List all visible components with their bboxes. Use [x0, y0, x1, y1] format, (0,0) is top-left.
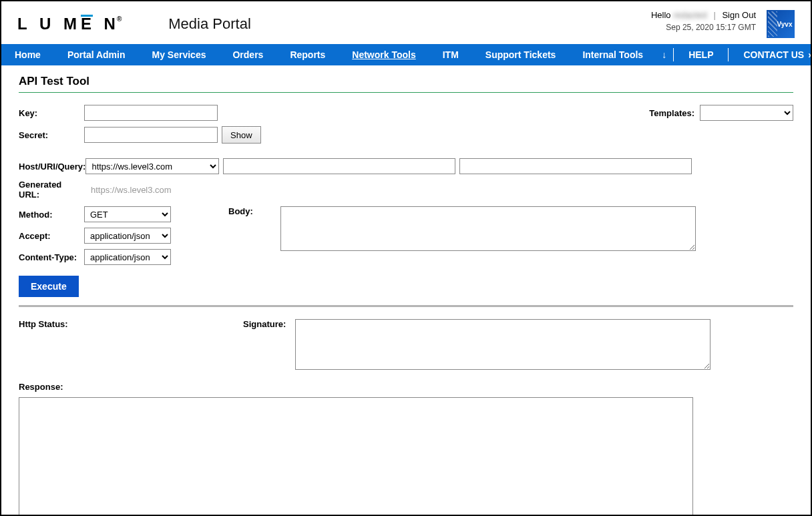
label-key: Key: [19, 108, 84, 118]
templates-select[interactable] [700, 105, 793, 121]
nav-support-tickets[interactable]: Support Tickets [472, 44, 570, 65]
accept-select[interactable]: application/json [84, 228, 171, 244]
nav-orders[interactable]: Orders [219, 44, 276, 65]
signature-textarea[interactable] [295, 319, 710, 370]
greeting-prefix: Hello [651, 10, 671, 20]
label-method: Method: [19, 210, 84, 220]
vyvx-badge-icon: Vyvx [767, 10, 795, 38]
spacer [19, 149, 793, 158]
label-content-type: Content-Type: [19, 252, 84, 262]
nav-home[interactable]: Home [1, 44, 54, 65]
method-body-block: Method: GET Accept: application/json Con… [19, 206, 793, 270]
title-rule [19, 92, 793, 93]
label-generated: Generated URL: [19, 180, 84, 200]
label-templates: Templates: [649, 108, 694, 118]
label-http-status: Http Status: [19, 319, 243, 329]
label-secret: Secret: [19, 130, 84, 140]
row-secret: Secret: Show [19, 126, 793, 144]
nav-reports[interactable]: Reports [276, 44, 339, 65]
nav-network-tools[interactable]: Network Tools [339, 44, 429, 65]
nav-divider [728, 48, 729, 61]
label-accept: Accept: [19, 231, 84, 241]
nav-my-services[interactable]: My Services [139, 44, 220, 65]
nav-contact-us[interactable]: CONTACT US› [730, 44, 812, 65]
greeting-name: redacted [673, 10, 707, 20]
header: L U ME N® Media Portal Hello redacted | … [1, 1, 811, 44]
header-right: Hello redacted | Sign Out Sep 25, 2020 1… [651, 10, 795, 38]
label-body: Body: [228, 206, 280, 216]
label-signature: Signature: [243, 319, 295, 329]
lumen-logo: L U ME N® [17, 16, 122, 32]
app-frame: L U ME N® Media Portal Hello redacted | … [0, 0, 812, 516]
portal-title: Media Portal [168, 15, 251, 33]
body-block: Body: [184, 206, 696, 251]
nav-overflow-icon[interactable]: ↓ [656, 49, 672, 60]
chevron-right-icon: › [808, 49, 811, 60]
execute-button[interactable]: Execute [19, 276, 79, 297]
signature-block: Signature: [243, 319, 710, 370]
row-method: Method: GET [19, 206, 171, 222]
host-select[interactable]: https://ws.level3.com [85, 158, 219, 174]
header-timestamp: Sep 25, 2020 15:17 GMT [651, 23, 756, 32]
nav-right: HELP CONTACT US› [672, 44, 812, 65]
label-host: Host/URI/Query: [19, 162, 85, 172]
key-input[interactable] [84, 105, 218, 121]
nav-contact-label: CONTACT US [743, 49, 804, 60]
sign-out-link[interactable]: Sign Out [722, 10, 756, 20]
separator: | [713, 10, 715, 20]
row-generated: Generated URL: https://ws.level3.com [19, 180, 793, 200]
uri-input[interactable] [223, 158, 455, 174]
greeting-block: Hello redacted | Sign Out Sep 25, 2020 1… [651, 10, 756, 32]
method-select[interactable]: GET [84, 206, 171, 222]
main-nav: Home Portal Admin My Services Orders Rep… [1, 44, 811, 65]
nav-divider [673, 48, 674, 61]
label-response: Response: [19, 382, 793, 392]
greeting-line: Hello redacted | Sign Out [651, 10, 756, 20]
content-type-select[interactable]: application/json [84, 249, 171, 265]
nav-itm[interactable]: ITM [429, 44, 472, 65]
nav-portal-admin[interactable]: Portal Admin [54, 44, 139, 65]
generated-url-value: https://ws.level3.com [91, 185, 172, 195]
left-block: Method: GET Accept: application/json Con… [19, 206, 171, 270]
section-divider [19, 305, 793, 307]
row-accept: Accept: application/json [19, 228, 171, 244]
secret-input[interactable] [84, 127, 218, 143]
templates-block: Templates: [649, 105, 793, 121]
row-key: Key: Templates: [19, 105, 793, 121]
content: API Test Tool Key: Templates: Secret: Sh… [1, 65, 811, 516]
body-textarea[interactable] [280, 206, 696, 251]
page-title: API Test Tool [19, 75, 793, 88]
row-host: Host/URI/Query: https://ws.level3.com [19, 158, 793, 174]
status-signature-row: Http Status: Signature: [19, 319, 793, 370]
vyvx-badge-label: Vyvx [777, 21, 793, 28]
nav-help[interactable]: HELP [675, 44, 727, 65]
row-content-type: Content-Type: application/json [19, 249, 171, 265]
response-textarea[interactable] [19, 397, 693, 516]
nav-internal-tools[interactable]: Internal Tools [569, 44, 656, 65]
show-button[interactable]: Show [222, 126, 261, 144]
query-input[interactable] [459, 158, 692, 174]
